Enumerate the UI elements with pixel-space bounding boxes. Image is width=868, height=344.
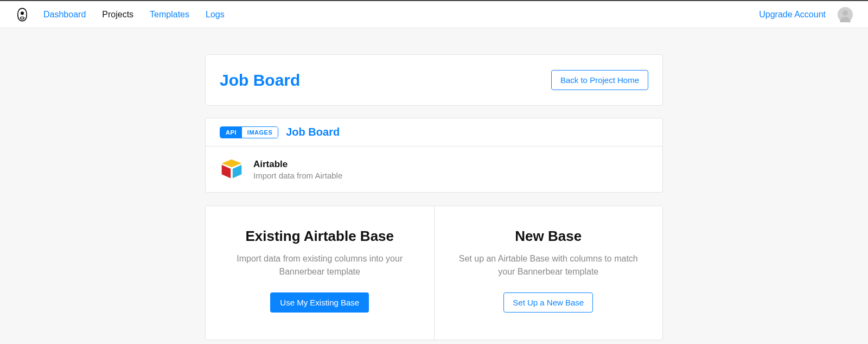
use-existing-base-button[interactable]: Use My Existing Base bbox=[270, 292, 369, 313]
set-up-new-base-button[interactable]: Set Up a New Base bbox=[503, 292, 593, 313]
main-container: Job Board Back to Project Home API IMAGE… bbox=[205, 54, 663, 340]
segment-images[interactable]: IMAGES bbox=[242, 127, 278, 138]
svg-marker-3 bbox=[222, 165, 231, 179]
logo[interactable] bbox=[15, 8, 29, 22]
new-base-option: New Base Set up an Airtable Base with co… bbox=[435, 206, 663, 340]
integration-name: Airtable bbox=[253, 159, 342, 170]
existing-base-description: Import data from existing columns into y… bbox=[227, 252, 412, 278]
options-card: Existing Airtable Base Import data from … bbox=[205, 206, 663, 340]
main-nav: Dashboard Projects Templates Logs bbox=[43, 10, 759, 20]
integration-card: API IMAGES Job Board Airtable Import dat… bbox=[205, 118, 663, 193]
breadcrumb-title[interactable]: Job Board bbox=[286, 126, 340, 138]
new-base-description: Set up an Airtable Base with columns to … bbox=[456, 252, 641, 278]
svg-marker-2 bbox=[222, 160, 242, 168]
svg-point-0 bbox=[21, 11, 24, 15]
integration-row: Airtable Import data from Airtable bbox=[206, 146, 662, 192]
topbar-right: Upgrade Account bbox=[759, 7, 853, 22]
avatar[interactable] bbox=[838, 7, 853, 22]
nav-templates[interactable]: Templates bbox=[150, 10, 189, 20]
api-images-toggle[interactable]: API IMAGES bbox=[220, 126, 278, 138]
integration-description: Import data from Airtable bbox=[253, 171, 342, 180]
nav-dashboard[interactable]: Dashboard bbox=[43, 10, 86, 20]
breadcrumb-row: API IMAGES Job Board bbox=[206, 118, 662, 146]
project-header-card: Job Board Back to Project Home bbox=[205, 54, 663, 106]
top-bar: Dashboard Projects Templates Logs Upgrad… bbox=[0, 0, 868, 28]
new-base-title: New Base bbox=[456, 228, 641, 245]
nav-logs[interactable]: Logs bbox=[206, 10, 225, 20]
integration-text: Airtable Import data from Airtable bbox=[253, 159, 342, 180]
page-title: Job Board bbox=[220, 71, 300, 90]
airtable-icon bbox=[220, 157, 244, 181]
existing-base-option: Existing Airtable Base Import data from … bbox=[206, 206, 435, 340]
svg-marker-4 bbox=[233, 165, 242, 179]
segment-api[interactable]: API bbox=[220, 127, 242, 138]
svg-point-1 bbox=[21, 17, 24, 19]
upgrade-account-link[interactable]: Upgrade Account bbox=[759, 10, 826, 20]
back-to-project-button[interactable]: Back to Project Home bbox=[551, 70, 648, 90]
nav-projects[interactable]: Projects bbox=[102, 10, 133, 20]
existing-base-title: Existing Airtable Base bbox=[227, 228, 412, 245]
